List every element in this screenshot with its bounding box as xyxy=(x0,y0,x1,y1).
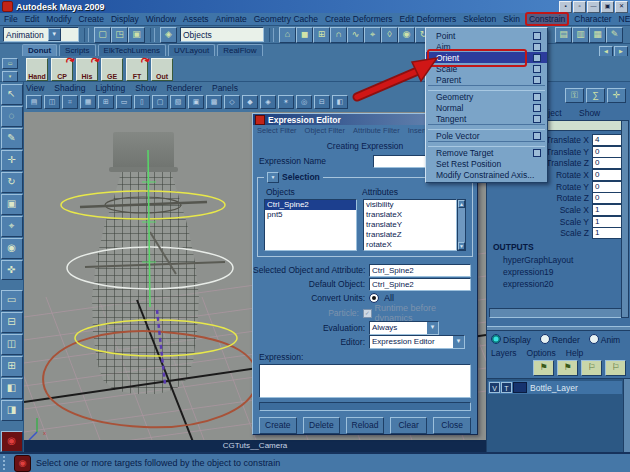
layer-color-swatch[interactable] xyxy=(513,382,527,393)
shadows-icon[interactable]: ◎ xyxy=(296,95,312,109)
shelf-tab-donut[interactable]: Donut xyxy=(22,44,57,56)
editor-dropdown[interactable]: Expression Editor ▼ xyxy=(369,335,465,349)
output-node-item[interactable]: expression20 xyxy=(503,278,573,290)
layer-menu-item[interactable]: Help xyxy=(566,348,583,358)
layout-hypergraph-icon[interactable]: ◨ xyxy=(1,400,23,421)
radio-anim-icon[interactable] xyxy=(589,334,599,344)
radio-display-icon[interactable] xyxy=(491,334,501,344)
constrain-item-remove-target[interactable]: Remove Target xyxy=(426,147,547,158)
menu-edit-deformers[interactable]: Edit Deformers xyxy=(400,14,457,24)
snap-plane-icon[interactable]: ◊ xyxy=(381,27,398,43)
option-box-icon[interactable] xyxy=(533,32,541,40)
open-scene-icon[interactable]: ◳ xyxy=(111,27,128,43)
menu-edit[interactable]: Edit xyxy=(25,14,40,24)
universal-manip-tool-icon[interactable]: ⌖ xyxy=(1,216,23,237)
layout-two-side-icon[interactable]: ◫ xyxy=(1,334,23,355)
viewport-menu-item[interactable]: Panels xyxy=(212,83,238,93)
expression-icon[interactable]: ∑ xyxy=(586,88,605,103)
evaluation-dropdown[interactable]: Always ▼ xyxy=(369,321,439,335)
menu-character[interactable]: Character xyxy=(574,14,611,24)
scroll-down-icon[interactable]: ▼ xyxy=(458,242,465,250)
manip-icon[interactable]: ✛ xyxy=(607,88,626,103)
layer-menu-item[interactable]: Options xyxy=(527,348,556,358)
menu-file[interactable]: File xyxy=(4,14,18,24)
select-hierarchy-icon[interactable]: ⌂ xyxy=(279,27,296,43)
new-layer-selected-icon[interactable]: ⚑ xyxy=(557,360,578,376)
default-object-field[interactable]: Ctrl_Spine2 xyxy=(369,278,471,291)
shelf-tab-scripts[interactable]: Scripts xyxy=(59,44,95,56)
maximize-button[interactable]: ▣ xyxy=(601,1,614,13)
channel-label[interactable]: Rotate Y xyxy=(487,182,592,192)
wireframe-icon[interactable]: ◇ xyxy=(224,95,240,109)
channel-label[interactable]: Scale X xyxy=(487,205,592,215)
constrain-item-orient[interactable]: Orient xyxy=(426,52,547,63)
constrain-item-parent[interactable]: Parent xyxy=(426,74,547,85)
shelf-button[interactable]: FT ↷ xyxy=(126,58,148,81)
mode-render[interactable]: Render xyxy=(540,334,580,345)
save-scene-icon[interactable]: ▣ xyxy=(128,27,145,43)
new-layer-icon[interactable]: ⚑ xyxy=(533,360,554,376)
channelbox-menu-show[interactable]: Show xyxy=(579,108,600,118)
shelf-menu-icon[interactable]: ▭ xyxy=(2,58,18,69)
expression-editor-button[interactable]: Clear xyxy=(390,417,428,434)
viewport-menu-item[interactable]: Shading xyxy=(54,83,85,93)
constrain-item-geometry[interactable]: Geometry xyxy=(426,91,547,102)
select-tool-icon[interactable]: ↖ xyxy=(1,84,23,105)
grid-icon[interactable]: ⊞ xyxy=(98,95,114,109)
move-tool-icon[interactable]: ✛ xyxy=(1,150,23,171)
expression-textarea[interactable] xyxy=(259,364,471,398)
constrain-item-modify-constrained-axis[interactable]: Modify Constrained Axis... xyxy=(426,169,547,180)
expression-editor-button[interactable]: Close xyxy=(433,417,471,434)
image-plane-icon[interactable]: ▦ xyxy=(80,95,96,109)
select-component-icon[interactable]: ⊞ xyxy=(313,27,330,43)
mode-display[interactable]: Display xyxy=(491,334,531,345)
option-box-icon[interactable] xyxy=(533,43,541,51)
layer-visible-toggle[interactable]: V xyxy=(489,382,500,393)
viewport-menu-item[interactable]: Renderer xyxy=(167,83,202,93)
layout-two-stacked-icon[interactable]: ⊟ xyxy=(1,312,23,333)
option-box-icon[interactable] xyxy=(533,54,541,62)
constrain-item-normal[interactable]: Normal xyxy=(426,102,547,113)
safe-action-icon[interactable]: ▣ xyxy=(188,95,204,109)
option-box-icon[interactable] xyxy=(533,65,541,73)
channel-label[interactable]: Scale Z xyxy=(487,228,592,238)
object-item-selected[interactable]: Ctrl_Spine2 xyxy=(265,200,356,210)
viewport-menu-item[interactable]: View xyxy=(26,83,44,93)
attribute-item[interactable]: translateZ xyxy=(364,230,456,240)
attribute-item[interactable]: translateY xyxy=(364,220,456,230)
channel-box-icon[interactable]: ▦ xyxy=(589,27,606,43)
menu-constrain[interactable]: Constrain xyxy=(525,12,569,26)
expression-editor-menu-item[interactable]: Attribute Filter xyxy=(353,126,400,135)
selection-mask-icon[interactable]: ◈ xyxy=(160,27,177,43)
channelbox-hscrollbar[interactable] xyxy=(489,308,622,318)
convert-units-all-radio[interactable] xyxy=(369,293,379,303)
layer-template-toggle[interactable]: T xyxy=(501,382,512,393)
layer-row[interactable]: V T Bottle_Layer xyxy=(488,381,622,394)
doc-restore-button[interactable]: ▫ xyxy=(573,1,586,13)
viewport-menu-item[interactable]: Lighting xyxy=(95,83,125,93)
option-box-icon[interactable] xyxy=(533,76,541,84)
constrain-item-set-rest-position[interactable]: Set Rest Position xyxy=(426,158,547,169)
collapse-selection-icon[interactable]: ▼ xyxy=(267,172,279,183)
editor-dropdown-icon[interactable]: ▼ xyxy=(453,336,464,348)
scroll-up-icon[interactable]: ▲ xyxy=(458,200,465,208)
isolate-select-icon[interactable]: ◧ xyxy=(332,95,348,109)
selection-mask-field[interactable]: Objects xyxy=(180,27,264,42)
resolution-gate-icon[interactable]: ▯ xyxy=(134,95,150,109)
paint-select-tool-icon[interactable]: ✎ xyxy=(1,128,23,149)
minimize-button[interactable]: ― xyxy=(587,1,600,13)
shelf-button[interactable]: His ↷ xyxy=(76,58,98,81)
attribute-editor-icon[interactable]: ▤ xyxy=(555,27,572,43)
layer-list-scrollbar[interactable] xyxy=(623,379,630,453)
expression-scrollbar[interactable] xyxy=(259,402,471,412)
attribute-item[interactable]: rotateY xyxy=(364,250,456,251)
constrain-item-point[interactable]: Point xyxy=(426,30,547,41)
key-icon[interactable]: ⚿ xyxy=(565,88,584,103)
close-button[interactable]: ✕ xyxy=(615,1,628,13)
menu-skin[interactable]: Skin xyxy=(503,14,520,24)
move-layer-down-icon[interactable]: ⚐ xyxy=(605,360,626,376)
xray-icon[interactable]: ⊟ xyxy=(314,95,330,109)
convert-units-all-label[interactable]: All xyxy=(384,293,394,303)
shelf-tab-elktechlumens[interactable]: ElkTechLumens xyxy=(98,44,166,56)
menu-set-dropdown-icon[interactable]: ▼ xyxy=(48,28,61,41)
